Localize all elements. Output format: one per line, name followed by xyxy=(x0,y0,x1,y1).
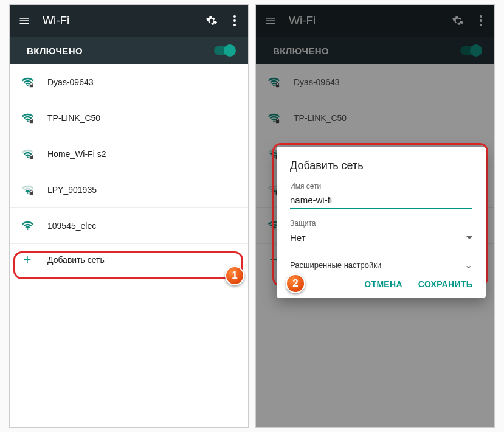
network-ssid: 109545_elec xyxy=(47,221,237,231)
phone-screen-1: Wi-Fi ВКЛЮЧЕНО Dyas-09643TP-LINK_C50Home… xyxy=(9,4,249,428)
network-ssid: LPY_901935 xyxy=(47,185,237,195)
network-row[interactable]: Dyas-09643 xyxy=(10,64,248,100)
network-row[interactable]: TP-LINK_C50 xyxy=(10,100,248,136)
network-list: Dyas-09643TP-LINK_C50Home_Wi-Fi s2LPY_90… xyxy=(10,64,248,244)
wifi-toggle-bar: ВКЛЮЧЕНО xyxy=(10,37,248,64)
more-icon[interactable] xyxy=(230,15,240,26)
wifi-toggle[interactable] xyxy=(214,46,235,55)
wifi-secure-icon xyxy=(21,147,34,161)
save-button[interactable]: СОХРАНИТЬ xyxy=(418,279,472,289)
add-network-row[interactable]: + Добавить сеть xyxy=(10,244,248,276)
network-ssid: Dyas-09643 xyxy=(47,77,237,87)
gear-icon[interactable] xyxy=(205,15,218,27)
chevron-down-icon: ⌄ xyxy=(464,259,472,271)
add-network-dialog: Добавить сеть Имя сети Защита Нет Расшир… xyxy=(277,147,486,298)
svg-rect-2 xyxy=(30,156,33,159)
network-row[interactable]: 109545_elec xyxy=(10,208,248,244)
svg-rect-1 xyxy=(30,120,33,124)
advanced-toggle[interactable]: Расширенные настройки ⌄ xyxy=(290,257,472,279)
svg-rect-0 xyxy=(30,85,33,88)
plus-icon: + xyxy=(21,253,34,267)
add-network-label: Добавить сеть xyxy=(47,255,105,265)
dialog-title: Добавить сеть xyxy=(290,159,472,172)
enabled-label: ВКЛЮЧЕНО xyxy=(27,46,83,56)
ssid-input[interactable] xyxy=(290,193,472,209)
security-value: Нет xyxy=(290,232,306,243)
svg-rect-3 xyxy=(30,192,33,195)
security-select[interactable]: Нет xyxy=(290,230,472,248)
step-badge-2: 2 xyxy=(286,274,305,293)
menu-icon[interactable] xyxy=(18,15,30,27)
dropdown-icon xyxy=(466,236,472,239)
cancel-button[interactable]: ОТМЕНА xyxy=(364,279,402,289)
network-row[interactable]: LPY_901935 xyxy=(10,172,248,208)
appbar: Wi-Fi xyxy=(10,5,248,37)
security-field-label: Защита xyxy=(290,219,472,228)
network-ssid: TP-LINK_C50 xyxy=(47,113,237,123)
wifi-secure-icon xyxy=(21,75,34,89)
network-ssid: Home_Wi-Fi s2 xyxy=(47,149,237,159)
phone-screen-2: Wi-Fi ВКЛЮЧЕНО Dyas-09643TP-LINK_C50Home… xyxy=(255,4,495,428)
appbar-title: Wi-Fi xyxy=(43,14,193,27)
wifi-secure-icon xyxy=(21,183,34,197)
ssid-field-label: Имя сети xyxy=(290,182,472,190)
step-badge-1: 1 xyxy=(225,266,244,285)
wifi-secure-icon xyxy=(21,111,34,125)
wifi-icon xyxy=(21,219,34,232)
advanced-label: Расширенные настройки xyxy=(290,260,381,270)
network-row[interactable]: Home_Wi-Fi s2 xyxy=(10,136,248,172)
